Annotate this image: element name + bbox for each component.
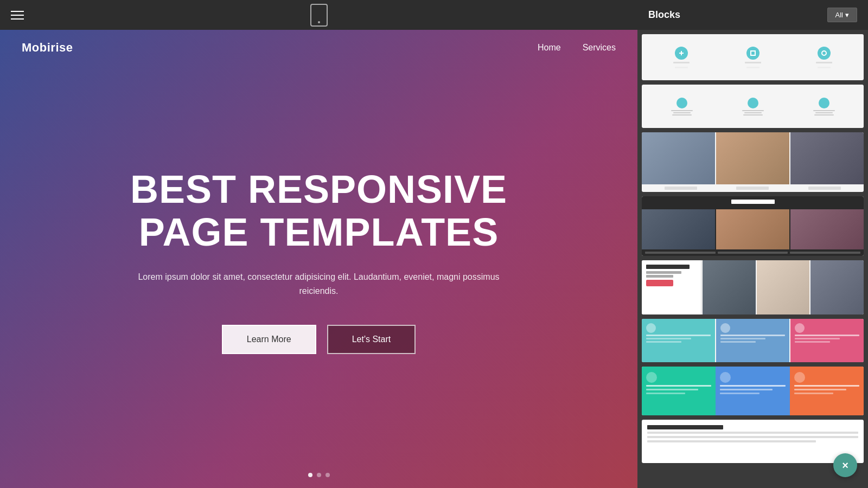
block-7-item-1: [642, 367, 716, 415]
text-line: [816, 62, 832, 63]
hero-carousel-dots: [0, 473, 637, 488]
photo-3: [790, 132, 864, 184]
text-line: [818, 67, 831, 68]
block-thumbnail-8[interactable]: [642, 420, 864, 463]
carousel-dot-2[interactable]: [317, 473, 321, 477]
hero-content: BEST RESPONSIVE PAGE TEMPLATES Lorem ips…: [0, 49, 637, 473]
block-thumbnail-5[interactable]: [642, 260, 864, 314]
photo-2: [716, 132, 789, 184]
hero-section: Mobirise Home Services BEST RESPONSIVE P…: [0, 30, 637, 488]
learn-more-button[interactable]: Learn More: [222, 325, 316, 354]
block-thumbnail-6[interactable]: [642, 319, 864, 362]
block-thumbnail-2[interactable]: [642, 85, 864, 128]
hero-title-line1: BEST RESPONSIVE: [130, 168, 507, 211]
blog-photo-1: [642, 209, 715, 249]
toolbar-left: [11, 11, 24, 20]
block-item: [790, 47, 858, 68]
block-thumbnail-4[interactable]: [642, 196, 864, 256]
block-8-line: [647, 432, 858, 434]
carousel-dot-1[interactable]: [308, 473, 312, 477]
blog-photo-2: [716, 209, 789, 249]
blog-photo-3: [790, 209, 864, 249]
right-panel: Blocks All ▾: [637, 0, 868, 488]
hero-subtitle: Lorem ipsum dolor sit amet, consectetur …: [129, 270, 509, 298]
block-5-photo-1: [703, 260, 756, 314]
block-thumbnail-1[interactable]: [642, 34, 864, 80]
block-8-line: [647, 440, 816, 442]
block-5-photo-3: [810, 260, 864, 314]
blog-title-line: [731, 200, 775, 204]
panel-filter-button[interactable]: All ▾: [827, 8, 857, 22]
text-line: [673, 62, 690, 63]
blocks-list: [637, 30, 868, 488]
block-item: [719, 47, 787, 68]
block-item: [647, 47, 716, 68]
device-home-button: [318, 21, 320, 23]
toolbar-center: [310, 4, 328, 27]
text-line: [746, 67, 760, 68]
block-item: [718, 98, 787, 115]
main-canvas: Mobirise Home Services BEST RESPONSIVE P…: [0, 0, 637, 488]
hero-title: BEST RESPONSIVE PAGE TEMPLATES: [130, 168, 507, 254]
toolbar: [0, 0, 637, 30]
chevron-down-icon: ▾: [845, 11, 849, 19]
filter-label: All: [835, 11, 843, 19]
text-line: [745, 62, 761, 63]
block-8-title-line: [647, 425, 723, 429]
block-thumbnail-3[interactable]: [642, 132, 864, 192]
block-6-item-3: [790, 319, 864, 362]
block-6-item-1: [642, 319, 715, 362]
block-6-item-2: [716, 319, 789, 362]
block-thumbnail-7[interactable]: [642, 367, 864, 415]
block-item: [647, 98, 716, 115]
hero-title-line2: PAGE TEMPLATES: [139, 210, 499, 254]
block-7-item-3: [790, 367, 864, 415]
photo-1: [642, 132, 715, 184]
block-item: [789, 98, 858, 115]
svg-point-1: [822, 51, 826, 55]
text-line: [675, 67, 688, 68]
close-fab-button[interactable]: ×: [833, 453, 857, 477]
svg-rect-0: [751, 51, 755, 55]
lets-start-button[interactable]: Let's Start: [327, 325, 416, 354]
mobile-device-icon[interactable]: [310, 4, 328, 27]
block-5-photo-2: [757, 260, 810, 314]
hamburger-icon[interactable]: [11, 11, 24, 20]
block-5-left-panel: [642, 260, 701, 314]
carousel-dot-3[interactable]: [326, 473, 330, 477]
panel-title: Blocks: [648, 9, 680, 21]
hero-buttons: Learn More Let's Start: [222, 325, 416, 354]
panel-header: Blocks All ▾: [637, 0, 868, 30]
block-7-item-2: [716, 367, 789, 415]
block-8-line: [647, 436, 858, 438]
